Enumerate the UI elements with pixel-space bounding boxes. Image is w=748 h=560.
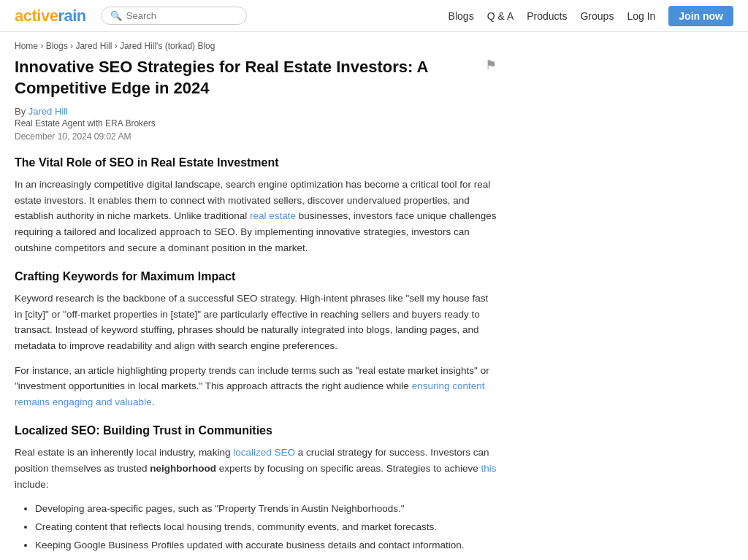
nav-qa[interactable]: Q & A (487, 10, 514, 22)
section-2-para-2: For instance, an article highlighting pr… (15, 363, 497, 410)
author-title: Real Estate Agent with ERA Brokers (15, 118, 497, 129)
join-now-button[interactable]: Join now (668, 6, 733, 26)
section-1-para-1: In an increasingly competitive digital l… (15, 177, 497, 256)
section-heading-2: Crafting Keywords for Maximum Impact (15, 270, 497, 283)
section-3-list: Developing area-specific pages, such as … (35, 501, 497, 554)
section-3-para-1: Real estate is an inherently local indus… (15, 445, 497, 492)
author-label: By (15, 106, 26, 117)
localized-seo-link[interactable]: localized SEO (233, 447, 295, 458)
nav-blogs[interactable]: Blogs (449, 10, 474, 22)
nav-groups[interactable]: Groups (580, 10, 614, 22)
section-2-para-1: Keyword research is the backbone of a su… (15, 291, 497, 353)
breadcrumb: Home › Blogs › Jared Hill › Jared Hill's… (15, 32, 733, 57)
logo-text-rain: rain (58, 7, 85, 25)
real-estate-link[interactable]: real estate (250, 210, 296, 221)
author-line: By Jared Hill (15, 106, 497, 117)
list-item: Developing area-specific pages, such as … (35, 501, 497, 518)
list-item: Keeping Google Business Profiles updated… (35, 537, 497, 554)
search-input[interactable] (126, 10, 243, 21)
bookmark-icon[interactable]: ⚑ (485, 57, 497, 73)
breadcrumb-blogs[interactable]: Blogs (46, 41, 68, 51)
breadcrumb-jared-hill[interactable]: Jared Hill (75, 41, 112, 51)
site-logo[interactable]: activerain (15, 7, 86, 26)
author-link[interactable]: Jared Hill (28, 106, 68, 117)
main-nav: Blogs Q & A Products Groups Log In Join … (449, 6, 733, 26)
article-content: ⚑ Innovative SEO Strategies for Real Est… (15, 57, 497, 560)
ensuring-link[interactable]: ensuring content remains engaging and va… (15, 380, 484, 407)
search-bar[interactable]: 🔍 (101, 7, 247, 25)
breadcrumb-blog[interactable]: Jared Hill's (torkad) Blog (120, 41, 215, 51)
this-include-link[interactable]: this (481, 463, 497, 474)
list-item: Creating content that reflects local hou… (35, 519, 497, 536)
search-icon: 🔍 (110, 10, 122, 21)
section-heading-1: The Vital Role of SEO in Real Estate Inv… (15, 156, 497, 169)
logo-text-active: active (15, 7, 58, 25)
article-date: December 10, 2024 09:02 AM (15, 131, 497, 142)
section-heading-3: Localized SEO: Building Trust in Communi… (15, 424, 497, 437)
article-container: ⚑ Innovative SEO Strategies for Real Est… (15, 57, 497, 560)
article-title: Innovative SEO Strategies for Real Estat… (15, 57, 497, 99)
breadcrumb-home[interactable]: Home (15, 41, 38, 51)
nav-login[interactable]: Log In (627, 10, 655, 22)
nav-products[interactable]: Products (527, 10, 567, 22)
